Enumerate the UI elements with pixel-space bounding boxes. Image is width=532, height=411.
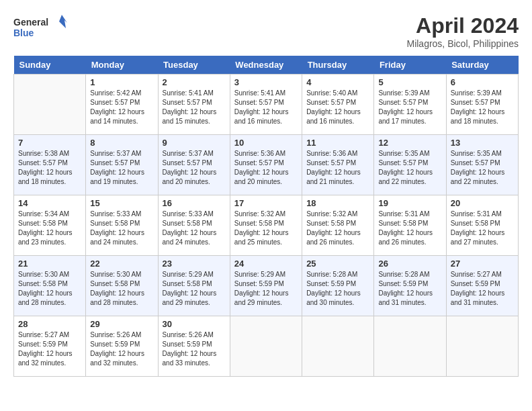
calendar-cell: 4Sunrise: 5:40 AMSunset: 5:57 PMDaylight… (302, 75, 374, 135)
day-number: 4 (306, 77, 369, 87)
day-number: 24 (234, 259, 298, 269)
calendar-cell: 19Sunrise: 5:31 AMSunset: 5:58 PMDayligh… (374, 195, 446, 256)
weekday-header-thursday: Thursday (302, 56, 374, 75)
svg-text:General: General (13, 17, 48, 28)
day-info: Sunrise: 5:30 AMSunset: 5:58 PMDaylight:… (18, 270, 81, 308)
calendar-cell: 24Sunrise: 5:29 AMSunset: 5:59 PMDayligh… (230, 256, 302, 316)
weekday-header-monday: Monday (86, 56, 158, 75)
day-number: 22 (90, 259, 153, 269)
day-info: Sunrise: 5:36 AMSunset: 5:57 PMDaylight:… (306, 149, 369, 187)
calendar-cell: 29Sunrise: 5:26 AMSunset: 5:59 PMDayligh… (86, 316, 158, 377)
calendar-cell: 6Sunrise: 5:39 AMSunset: 5:57 PMDaylight… (446, 75, 518, 135)
week-row-5: 28Sunrise: 5:27 AMSunset: 5:59 PMDayligh… (14, 316, 519, 377)
day-number: 2 (163, 77, 226, 87)
day-number: 12 (378, 138, 441, 148)
day-info: Sunrise: 5:35 AMSunset: 5:57 PMDaylight:… (451, 149, 514, 187)
calendar-cell: 11Sunrise: 5:36 AMSunset: 5:57 PMDayligh… (302, 135, 374, 195)
day-info: Sunrise: 5:27 AMSunset: 5:59 PMDaylight:… (451, 270, 514, 308)
day-info: Sunrise: 5:27 AMSunset: 5:59 PMDaylight:… (18, 330, 81, 368)
logo: General Blue (13, 13, 67, 40)
day-info: Sunrise: 5:29 AMSunset: 5:58 PMDaylight:… (163, 270, 226, 308)
day-number: 30 (163, 319, 226, 329)
day-number: 23 (163, 259, 226, 269)
weekday-header-sunday: Sunday (14, 56, 86, 75)
calendar-table: SundayMondayTuesdayWednesdayThursdayFrid… (13, 56, 519, 377)
day-info: Sunrise: 5:39 AMSunset: 5:57 PMDaylight:… (378, 89, 441, 126)
day-number: 19 (378, 198, 441, 208)
day-info: Sunrise: 5:31 AMSunset: 5:58 PMDaylight:… (451, 210, 514, 247)
month-year-title: April 2024 (406, 13, 519, 38)
day-info: Sunrise: 5:39 AMSunset: 5:57 PMDaylight:… (451, 89, 514, 126)
day-info: Sunrise: 5:28 AMSunset: 5:59 PMDaylight:… (378, 270, 441, 308)
day-info: Sunrise: 5:32 AMSunset: 5:58 PMDaylight:… (234, 210, 298, 247)
day-info: Sunrise: 5:35 AMSunset: 5:57 PMDaylight:… (378, 149, 441, 187)
calendar-cell: 22Sunrise: 5:30 AMSunset: 5:58 PMDayligh… (86, 256, 158, 316)
day-number: 5 (378, 77, 441, 87)
day-info: Sunrise: 5:42 AMSunset: 5:57 PMDaylight:… (90, 89, 153, 126)
calendar-cell: 9Sunrise: 5:37 AMSunset: 5:57 PMDaylight… (158, 135, 230, 195)
week-row-4: 21Sunrise: 5:30 AMSunset: 5:58 PMDayligh… (14, 256, 519, 316)
title-block: April 2024 Milagros, Bicol, Philippines (406, 13, 519, 49)
day-number: 13 (451, 138, 514, 148)
location-subtitle: Milagros, Bicol, Philippines (406, 38, 519, 49)
weekday-header-saturday: Saturday (446, 56, 518, 75)
calendar-cell: 26Sunrise: 5:28 AMSunset: 5:59 PMDayligh… (374, 256, 446, 316)
calendar-cell: 7Sunrise: 5:38 AMSunset: 5:57 PMDaylight… (14, 135, 86, 195)
calendar-cell: 13Sunrise: 5:35 AMSunset: 5:57 PMDayligh… (446, 135, 518, 195)
day-number: 10 (234, 138, 298, 148)
day-info: Sunrise: 5:32 AMSunset: 5:58 PMDaylight:… (306, 210, 369, 247)
day-info: Sunrise: 5:33 AMSunset: 5:58 PMDaylight:… (163, 210, 226, 247)
day-info: Sunrise: 5:41 AMSunset: 5:57 PMDaylight:… (163, 89, 226, 126)
calendar-cell: 12Sunrise: 5:35 AMSunset: 5:57 PMDayligh… (374, 135, 446, 195)
day-info: Sunrise: 5:30 AMSunset: 5:58 PMDaylight:… (90, 270, 153, 308)
calendar-cell: 25Sunrise: 5:28 AMSunset: 5:59 PMDayligh… (302, 256, 374, 316)
calendar-cell (374, 316, 446, 377)
day-number: 21 (18, 259, 81, 269)
day-number: 28 (18, 319, 81, 329)
day-info: Sunrise: 5:34 AMSunset: 5:58 PMDaylight:… (18, 210, 81, 247)
page-header: General Blue April 2024 Milagros, Bicol,… (13, 13, 519, 49)
calendar-cell: 15Sunrise: 5:33 AMSunset: 5:58 PMDayligh… (86, 195, 158, 256)
calendar-cell (302, 316, 374, 377)
weekday-header-friday: Friday (374, 56, 446, 75)
calendar-cell: 21Sunrise: 5:30 AMSunset: 5:58 PMDayligh… (14, 256, 86, 316)
day-number: 14 (18, 198, 81, 208)
day-info: Sunrise: 5:37 AMSunset: 5:57 PMDaylight:… (90, 149, 153, 187)
day-info: Sunrise: 5:40 AMSunset: 5:57 PMDaylight:… (306, 89, 369, 126)
calendar-cell: 5Sunrise: 5:39 AMSunset: 5:57 PMDaylight… (374, 75, 446, 135)
day-number: 26 (378, 259, 441, 269)
day-info: Sunrise: 5:29 AMSunset: 5:59 PMDaylight:… (234, 270, 298, 308)
day-info: Sunrise: 5:33 AMSunset: 5:58 PMDaylight:… (90, 210, 153, 247)
calendar-cell: 8Sunrise: 5:37 AMSunset: 5:57 PMDaylight… (86, 135, 158, 195)
calendar-cell: 27Sunrise: 5:27 AMSunset: 5:59 PMDayligh… (446, 256, 518, 316)
day-number: 25 (306, 259, 369, 269)
week-row-2: 7Sunrise: 5:38 AMSunset: 5:57 PMDaylight… (14, 135, 519, 195)
svg-text:Blue: Blue (13, 28, 34, 38)
weekday-header-wednesday: Wednesday (230, 56, 302, 75)
day-info: Sunrise: 5:28 AMSunset: 5:59 PMDaylight:… (306, 270, 369, 308)
weekday-header-row: SundayMondayTuesdayWednesdayThursdayFrid… (14, 56, 519, 75)
calendar-cell: 1Sunrise: 5:42 AMSunset: 5:57 PMDaylight… (86, 75, 158, 135)
day-info: Sunrise: 5:31 AMSunset: 5:58 PMDaylight:… (378, 210, 441, 247)
calendar-cell: 2Sunrise: 5:41 AMSunset: 5:57 PMDaylight… (158, 75, 230, 135)
day-number: 9 (163, 138, 226, 148)
day-number: 17 (234, 198, 298, 208)
day-info: Sunrise: 5:37 AMSunset: 5:57 PMDaylight:… (163, 149, 226, 187)
day-number: 11 (306, 138, 369, 148)
day-info: Sunrise: 5:38 AMSunset: 5:57 PMDaylight:… (18, 149, 81, 187)
calendar-cell: 10Sunrise: 5:36 AMSunset: 5:57 PMDayligh… (230, 135, 302, 195)
day-number: 29 (90, 319, 153, 329)
week-row-3: 14Sunrise: 5:34 AMSunset: 5:58 PMDayligh… (14, 195, 519, 256)
day-number: 3 (234, 77, 298, 87)
calendar-cell: 16Sunrise: 5:33 AMSunset: 5:58 PMDayligh… (158, 195, 230, 256)
day-info: Sunrise: 5:26 AMSunset: 5:59 PMDaylight:… (90, 330, 153, 368)
weekday-header-tuesday: Tuesday (158, 56, 230, 75)
svg-marker-2 (59, 15, 67, 28)
day-number: 15 (90, 198, 153, 208)
calendar-cell: 30Sunrise: 5:26 AMSunset: 5:59 PMDayligh… (158, 316, 230, 377)
calendar-cell: 14Sunrise: 5:34 AMSunset: 5:58 PMDayligh… (14, 195, 86, 256)
day-info: Sunrise: 5:41 AMSunset: 5:57 PMDaylight:… (234, 89, 298, 126)
day-number: 16 (163, 198, 226, 208)
day-number: 27 (451, 259, 514, 269)
logo-svg: General Blue (13, 13, 67, 40)
